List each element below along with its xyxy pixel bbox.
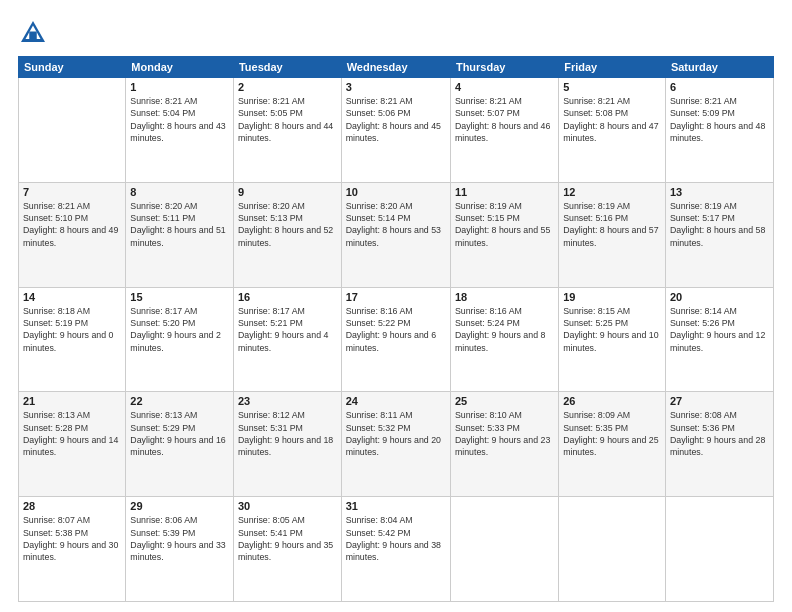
day-info: Sunrise: 8:13 AMSunset: 5:29 PMDaylight:…	[130, 409, 229, 458]
page: SundayMondayTuesdayWednesdayThursdayFrid…	[0, 0, 792, 612]
weekday-header-monday: Monday	[126, 57, 234, 78]
calendar-cell: 10Sunrise: 8:20 AMSunset: 5:14 PMDayligh…	[341, 182, 450, 287]
day-number: 15	[130, 291, 229, 303]
day-info: Sunrise: 8:20 AMSunset: 5:11 PMDaylight:…	[130, 200, 229, 249]
day-number: 12	[563, 186, 661, 198]
calendar-cell: 16Sunrise: 8:17 AMSunset: 5:21 PMDayligh…	[233, 287, 341, 392]
day-number: 28	[23, 500, 121, 512]
day-info: Sunrise: 8:14 AMSunset: 5:26 PMDaylight:…	[670, 305, 769, 354]
day-number: 24	[346, 395, 446, 407]
calendar-cell: 22Sunrise: 8:13 AMSunset: 5:29 PMDayligh…	[126, 392, 234, 497]
day-number: 1	[130, 81, 229, 93]
day-info: Sunrise: 8:17 AMSunset: 5:20 PMDaylight:…	[130, 305, 229, 354]
day-number: 20	[670, 291, 769, 303]
day-info: Sunrise: 8:19 AMSunset: 5:15 PMDaylight:…	[455, 200, 554, 249]
day-info: Sunrise: 8:21 AMSunset: 5:05 PMDaylight:…	[238, 95, 337, 144]
calendar-cell: 31Sunrise: 8:04 AMSunset: 5:42 PMDayligh…	[341, 497, 450, 602]
header	[18, 18, 774, 48]
day-info: Sunrise: 8:21 AMSunset: 5:10 PMDaylight:…	[23, 200, 121, 249]
day-number: 10	[346, 186, 446, 198]
week-row-1: 1Sunrise: 8:21 AMSunset: 5:04 PMDaylight…	[19, 78, 774, 183]
day-number: 6	[670, 81, 769, 93]
calendar-cell: 29Sunrise: 8:06 AMSunset: 5:39 PMDayligh…	[126, 497, 234, 602]
weekday-header-sunday: Sunday	[19, 57, 126, 78]
day-info: Sunrise: 8:15 AMSunset: 5:25 PMDaylight:…	[563, 305, 661, 354]
calendar-cell: 4Sunrise: 8:21 AMSunset: 5:07 PMDaylight…	[450, 78, 558, 183]
day-number: 8	[130, 186, 229, 198]
calendar-cell: 6Sunrise: 8:21 AMSunset: 5:09 PMDaylight…	[665, 78, 773, 183]
day-number: 13	[670, 186, 769, 198]
day-number: 26	[563, 395, 661, 407]
day-number: 4	[455, 81, 554, 93]
day-number: 21	[23, 395, 121, 407]
day-number: 31	[346, 500, 446, 512]
week-row-3: 14Sunrise: 8:18 AMSunset: 5:19 PMDayligh…	[19, 287, 774, 392]
calendar-cell: 24Sunrise: 8:11 AMSunset: 5:32 PMDayligh…	[341, 392, 450, 497]
calendar-cell: 18Sunrise: 8:16 AMSunset: 5:24 PMDayligh…	[450, 287, 558, 392]
day-info: Sunrise: 8:05 AMSunset: 5:41 PMDaylight:…	[238, 514, 337, 563]
day-number: 19	[563, 291, 661, 303]
day-number: 25	[455, 395, 554, 407]
calendar-cell: 25Sunrise: 8:10 AMSunset: 5:33 PMDayligh…	[450, 392, 558, 497]
day-number: 9	[238, 186, 337, 198]
calendar-cell	[559, 497, 666, 602]
day-info: Sunrise: 8:21 AMSunset: 5:08 PMDaylight:…	[563, 95, 661, 144]
day-number: 17	[346, 291, 446, 303]
calendar-cell: 21Sunrise: 8:13 AMSunset: 5:28 PMDayligh…	[19, 392, 126, 497]
weekday-header-friday: Friday	[559, 57, 666, 78]
day-info: Sunrise: 8:04 AMSunset: 5:42 PMDaylight:…	[346, 514, 446, 563]
calendar-cell: 23Sunrise: 8:12 AMSunset: 5:31 PMDayligh…	[233, 392, 341, 497]
logo	[18, 18, 52, 48]
weekday-header-row: SundayMondayTuesdayWednesdayThursdayFrid…	[19, 57, 774, 78]
day-number: 5	[563, 81, 661, 93]
day-info: Sunrise: 8:16 AMSunset: 5:22 PMDaylight:…	[346, 305, 446, 354]
calendar-cell: 26Sunrise: 8:09 AMSunset: 5:35 PMDayligh…	[559, 392, 666, 497]
day-info: Sunrise: 8:09 AMSunset: 5:35 PMDaylight:…	[563, 409, 661, 458]
calendar-table: SundayMondayTuesdayWednesdayThursdayFrid…	[18, 56, 774, 602]
svg-rect-2	[29, 32, 37, 40]
day-info: Sunrise: 8:21 AMSunset: 5:04 PMDaylight:…	[130, 95, 229, 144]
day-info: Sunrise: 8:17 AMSunset: 5:21 PMDaylight:…	[238, 305, 337, 354]
day-number: 3	[346, 81, 446, 93]
calendar-cell: 28Sunrise: 8:07 AMSunset: 5:38 PMDayligh…	[19, 497, 126, 602]
weekday-header-saturday: Saturday	[665, 57, 773, 78]
calendar-cell: 1Sunrise: 8:21 AMSunset: 5:04 PMDaylight…	[126, 78, 234, 183]
calendar-cell: 12Sunrise: 8:19 AMSunset: 5:16 PMDayligh…	[559, 182, 666, 287]
day-number: 16	[238, 291, 337, 303]
logo-icon	[18, 18, 48, 48]
day-info: Sunrise: 8:19 AMSunset: 5:16 PMDaylight:…	[563, 200, 661, 249]
calendar-cell: 20Sunrise: 8:14 AMSunset: 5:26 PMDayligh…	[665, 287, 773, 392]
day-info: Sunrise: 8:21 AMSunset: 5:09 PMDaylight:…	[670, 95, 769, 144]
day-number: 27	[670, 395, 769, 407]
day-info: Sunrise: 8:08 AMSunset: 5:36 PMDaylight:…	[670, 409, 769, 458]
day-number: 23	[238, 395, 337, 407]
day-info: Sunrise: 8:13 AMSunset: 5:28 PMDaylight:…	[23, 409, 121, 458]
day-number: 14	[23, 291, 121, 303]
calendar-cell: 5Sunrise: 8:21 AMSunset: 5:08 PMDaylight…	[559, 78, 666, 183]
day-number: 2	[238, 81, 337, 93]
weekday-header-wednesday: Wednesday	[341, 57, 450, 78]
calendar-cell: 8Sunrise: 8:20 AMSunset: 5:11 PMDaylight…	[126, 182, 234, 287]
day-number: 11	[455, 186, 554, 198]
calendar-cell	[450, 497, 558, 602]
day-info: Sunrise: 8:20 AMSunset: 5:14 PMDaylight:…	[346, 200, 446, 249]
day-info: Sunrise: 8:21 AMSunset: 5:06 PMDaylight:…	[346, 95, 446, 144]
calendar-cell: 13Sunrise: 8:19 AMSunset: 5:17 PMDayligh…	[665, 182, 773, 287]
calendar-cell: 11Sunrise: 8:19 AMSunset: 5:15 PMDayligh…	[450, 182, 558, 287]
day-info: Sunrise: 8:06 AMSunset: 5:39 PMDaylight:…	[130, 514, 229, 563]
day-number: 22	[130, 395, 229, 407]
day-info: Sunrise: 8:11 AMSunset: 5:32 PMDaylight:…	[346, 409, 446, 458]
day-info: Sunrise: 8:12 AMSunset: 5:31 PMDaylight:…	[238, 409, 337, 458]
day-info: Sunrise: 8:20 AMSunset: 5:13 PMDaylight:…	[238, 200, 337, 249]
day-number: 30	[238, 500, 337, 512]
day-number: 18	[455, 291, 554, 303]
calendar-cell: 30Sunrise: 8:05 AMSunset: 5:41 PMDayligh…	[233, 497, 341, 602]
weekday-header-thursday: Thursday	[450, 57, 558, 78]
day-info: Sunrise: 8:16 AMSunset: 5:24 PMDaylight:…	[455, 305, 554, 354]
calendar-cell: 2Sunrise: 8:21 AMSunset: 5:05 PMDaylight…	[233, 78, 341, 183]
calendar-cell	[665, 497, 773, 602]
day-info: Sunrise: 8:21 AMSunset: 5:07 PMDaylight:…	[455, 95, 554, 144]
calendar-cell: 17Sunrise: 8:16 AMSunset: 5:22 PMDayligh…	[341, 287, 450, 392]
day-info: Sunrise: 8:10 AMSunset: 5:33 PMDaylight:…	[455, 409, 554, 458]
weekday-header-tuesday: Tuesday	[233, 57, 341, 78]
